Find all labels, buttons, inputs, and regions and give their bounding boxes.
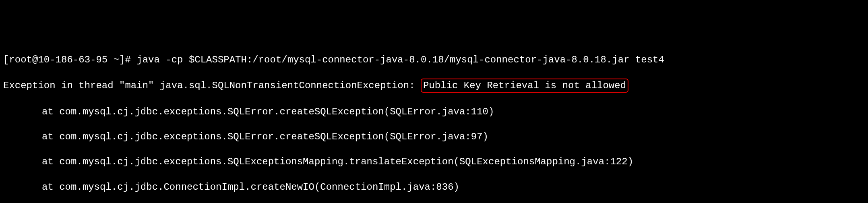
stack-trace-line: at com.mysql.cj.jdbc.exceptions.SQLError…	[3, 106, 865, 118]
exception-line: Exception in thread "main" java.sql.SQLN…	[3, 79, 865, 93]
command-line: [root@10-186-63-95 ~]# java -cp $CLASSPA…	[3, 54, 865, 66]
stack-trace-line: at com.mysql.cj.jdbc.ConnectionImpl.crea…	[3, 181, 865, 193]
exception-message-highlight: Public Key Retrieval is not allowed	[421, 79, 628, 93]
command-text: java -cp $CLASSPATH:/root/mysql-connecto…	[136, 54, 664, 65]
shell-prompt: [root@10-186-63-95 ~]#	[3, 54, 136, 65]
stack-trace-line: at com.mysql.cj.jdbc.exceptions.SQLExcep…	[3, 155, 865, 168]
stack-trace-line: at com.mysql.cj.jdbc.exceptions.SQLError…	[3, 130, 865, 143]
exception-prefix: Exception in thread "main" java.sql.SQLN…	[3, 80, 421, 91]
